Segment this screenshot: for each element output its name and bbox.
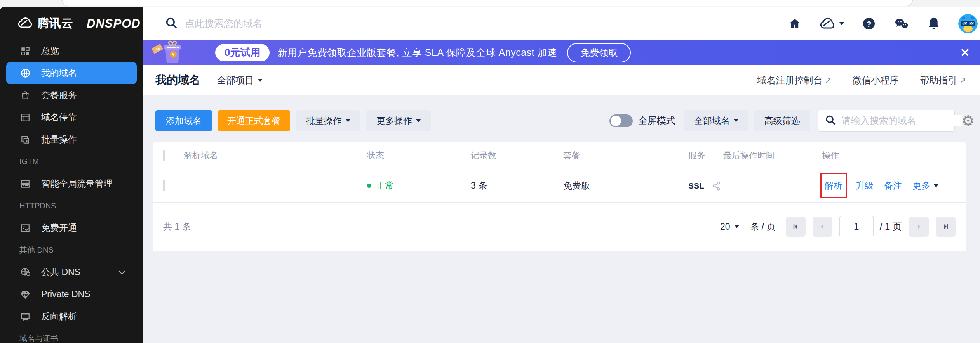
sidebar-item-private-dns[interactable]: Private DNS: [0, 283, 143, 305]
sidebar-item-domain-parking[interactable]: 域名停靠: [0, 106, 143, 128]
add-domain-button[interactable]: 添加域名: [155, 110, 212, 131]
select-all-checkbox[interactable]: [163, 150, 165, 161]
help-guide-link[interactable]: 帮助指引 ↗: [920, 74, 966, 87]
copy-stack-icon: [19, 135, 31, 145]
batch-operations-button[interactable]: 批量操作: [296, 110, 360, 131]
sidebar-item-plans[interactable]: 套餐服务: [0, 84, 143, 106]
last-page-button[interactable]: [936, 217, 956, 237]
total-count: 共 1 条: [163, 221, 191, 233]
project-filter-label: 全部项目: [217, 74, 254, 87]
sidebar-item-public-dns[interactable]: 公共 DNS: [0, 261, 143, 283]
ssl-label: SSL: [688, 181, 704, 191]
share-nodes-icon[interactable]: [711, 181, 721, 191]
console-cloud-icon[interactable]: [819, 17, 844, 30]
sidebar-item-label: 域名停靠: [41, 111, 77, 123]
upgrade-link[interactable]: 升级: [856, 180, 874, 192]
sidebar-section-httpdns: HTTPDNS: [0, 195, 143, 217]
external-link-icon: ↗: [825, 76, 831, 85]
tencent-cloud-icon: [17, 17, 33, 31]
window-swap-icon: [19, 312, 31, 322]
header-links: 域名注册控制台 ↗ 微信小程序 帮助指引 ↗: [757, 74, 966, 87]
sidebar-item-label: 智能全局流量管理: [41, 178, 113, 190]
sidebar: 腾讯云 DNSPOD 总览 我的域名 套餐服务: [0, 7, 143, 343]
button-label: 全部域名: [694, 115, 730, 127]
plan-name: 免费版: [563, 180, 688, 192]
sidebar-item-label: 免费开通: [41, 222, 77, 234]
sidebar-item-batch-operations[interactable]: 批量操作: [0, 128, 143, 151]
banner-message: 新用户免费领取企业版套餐, 立享 SLA 保障及全球 Anycast 加速: [277, 46, 557, 59]
row-checkbox[interactable]: [163, 180, 165, 191]
browser-chrome-strip: [0, 0, 980, 7]
sidebar-item-label: 公共 DNS: [41, 266, 80, 278]
sidebar-item-free-activation[interactable]: 免费开通: [0, 217, 143, 239]
more-actions-dropdown[interactable]: 更多: [912, 180, 938, 192]
sidebar-item-global-traffic[interactable]: 智能全局流量管理: [0, 173, 143, 195]
sidebar-item-label: 批量操作: [41, 133, 77, 146]
annotation-highlight-box: 解析: [820, 173, 847, 198]
caret-down-icon: [416, 119, 421, 122]
list-check-icon: [19, 223, 31, 233]
caret-down-icon: [934, 184, 938, 187]
svg-text:?: ?: [867, 19, 872, 28]
global-search-input[interactable]: [185, 18, 402, 29]
more-label: 更多: [912, 180, 930, 192]
page-size-value: 20: [720, 222, 730, 232]
open-paid-plan-button[interactable]: 开通正式套餐: [218, 110, 290, 131]
help-icon[interactable]: ?: [862, 17, 876, 31]
column-header-actions: 操作: [822, 150, 966, 161]
search-icon: [165, 16, 178, 31]
first-page-button[interactable]: [786, 217, 806, 237]
browser-address-bar[interactable]: [62, 0, 913, 6]
domain-search-input[interactable]: [842, 115, 962, 126]
gear-icon[interactable]: ⚙: [962, 114, 975, 128]
row-actions: 解析 升级 备注 更多: [822, 178, 966, 193]
globe-icon: [19, 68, 31, 78]
page-size-select[interactable]: 20: [720, 222, 740, 232]
wechat-icon[interactable]: [894, 17, 909, 30]
more-operations-button[interactable]: 更多操作: [366, 110, 431, 131]
domain-filter-dropdown[interactable]: 全部域名: [684, 110, 748, 131]
brand-logo[interactable]: 腾讯云 DNSPOD: [0, 7, 143, 40]
caret-down-icon: [839, 22, 844, 25]
page-number-input[interactable]: [839, 216, 874, 237]
sidebar-item-label: 总览: [41, 45, 59, 57]
shopping-bag-icon: [19, 90, 31, 100]
domain-search-box: [818, 110, 955, 132]
home-icon[interactable]: [788, 17, 801, 30]
note-link[interactable]: 备注: [884, 180, 902, 192]
next-page-button[interactable]: [909, 217, 929, 237]
domain-registration-console-link[interactable]: 域名注册控制台 ↗: [757, 74, 831, 87]
per-page-label: 条 / 页: [750, 221, 775, 233]
record-count: 3 条: [471, 180, 563, 192]
page-header: 我的域名 全部项目 域名注册控制台 ↗ 微信小程序 帮助指引 ↗: [143, 65, 980, 95]
claim-free-button[interactable]: 免费领取: [567, 43, 631, 62]
fullscreen-toggle[interactable]: [609, 114, 633, 127]
caret-down-icon: [346, 119, 350, 122]
dnspod-console: 腾讯云 DNSPOD 总览 我的域名 套餐服务: [0, 0, 980, 343]
resolve-link[interactable]: 解析: [825, 180, 842, 192]
advanced-filter-button[interactable]: 高级筛选: [754, 110, 810, 131]
global-search[interactable]: [165, 16, 402, 31]
user-avatar[interactable]: [958, 14, 978, 33]
sidebar-nav: 总览 我的域名 套餐服务 域名停靠: [0, 40, 143, 343]
sidebar-section-domains-certs: 域名与证书: [0, 327, 143, 343]
topbar-icons: ?: [788, 14, 978, 33]
sidebar-item-overview[interactable]: 总览: [0, 40, 143, 62]
status-label: 正常: [376, 180, 394, 192]
page-count-label: / 1 页: [880, 220, 902, 233]
sidebar-item-label: 套餐服务: [41, 89, 77, 101]
close-icon[interactable]: ✕: [960, 47, 970, 59]
project-filter-dropdown[interactable]: 全部项目: [217, 74, 263, 87]
column-header-last-operation-time: 最后操作时间: [723, 150, 822, 161]
layout-icon: [19, 113, 31, 123]
service-cell: SSL: [688, 181, 723, 191]
wechat-miniprogram-link[interactable]: 微信小程序: [852, 74, 899, 87]
sidebar-item-my-domains[interactable]: 我的域名: [6, 62, 137, 84]
servers-icon: [19, 179, 31, 189]
previous-page-button[interactable]: [813, 217, 832, 237]
caret-down-icon: [735, 225, 739, 228]
pagination: 20 条 / 页 / 1 页: [720, 216, 956, 237]
notification-bell-icon[interactable]: [927, 17, 940, 31]
sidebar-item-reverse-dns[interactable]: 反向解析: [0, 305, 143, 327]
sidebar-item-label: 我的域名: [41, 67, 77, 79]
